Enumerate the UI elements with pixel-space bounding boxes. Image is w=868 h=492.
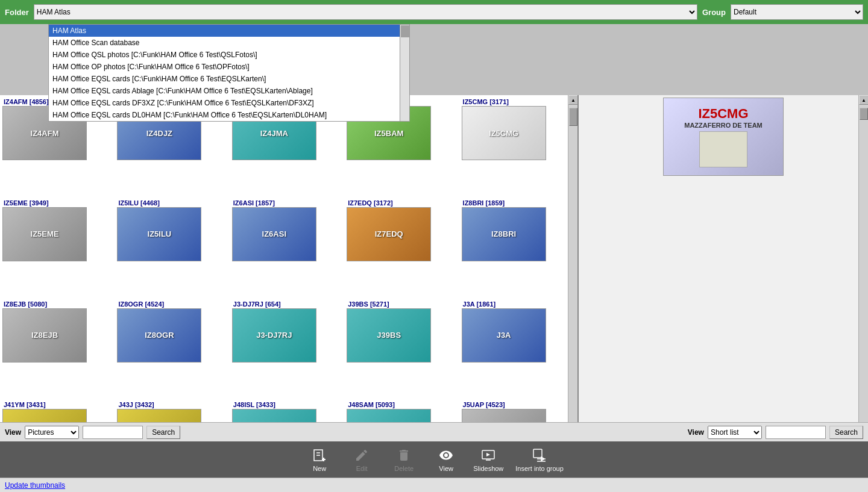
qsl-label: IZ6ASI [1857] [232,199,276,207]
folder-select[interactable]: HAM AtlasHAM Office Scan databaseHAM Off… [34,4,697,20]
qsl-item[interactable]: J3A [1861]J3A [462,300,575,400]
dropdown-item-6[interactable]: HAM Office EQSL cards DF3XZ [C:\Funk\HAM… [49,97,409,109]
action-edit[interactable]: Edit [347,447,377,472]
qsl-thumb: J3A [462,308,546,363]
delete-icon [395,447,412,464]
qsl-thumb: IZ7EDQ [347,207,431,261]
bottom-view-label-right: View [688,428,704,437]
qsl-item[interactable]: IZ8BRI [1859]IZ8BRI [462,199,575,299]
scroll-thumb [569,108,577,126]
action-slideshow[interactable]: Slideshow [473,447,503,472]
right-card-callsign: IZ5CMG [698,106,748,122]
edit-label: Edit [356,465,368,472]
qsl-item[interactable]: IZ5CMG [3171]IZ5CMG [462,98,575,198]
qsl-label: IZ7EDQ [3172] [347,199,394,207]
qsl-thumb: IZ5CMG [462,106,546,160]
qsl-item[interactable]: IZ7EDQ [3172]IZ7EDQ [347,199,460,299]
right-card-info: MAZZAFERRO DE TEAM [684,122,763,129]
footer-bar: Update thumbnails [0,478,868,492]
qsl-label: J43J [3432] [117,400,155,409]
action-delete[interactable]: Delete [389,447,419,472]
view-icon [438,447,454,464]
view-action-label: View [439,465,453,472]
action-view[interactable]: View [431,447,461,472]
action-insert[interactable]: Insert into group [515,447,564,472]
qsl-item[interactable]: IZ6ASI [1857]IZ6ASI [232,199,345,299]
qsl-label: J3-DJ7RJ [654] [232,300,282,308]
dropdown-item-1[interactable]: HAM Office Scan database [49,37,409,49]
qsl-item[interactable]: IZ8OGR [4524]IZ8OGR [117,300,230,400]
qsl-thumb: IZ8OGR [117,308,201,363]
group-label: Group [702,8,726,17]
search-input-right[interactable] [766,426,826,439]
qsl-thumb: IZ8EJB [2,308,87,363]
search-button-right[interactable]: Search [829,426,863,439]
view-select-left[interactable]: Pictures List Details [25,426,79,439]
svg-rect-8 [533,449,542,458]
qsl-thumb: IZ5EME [2,207,87,261]
svg-marker-6 [486,453,490,456]
qsl-item[interactable]: IZ8EJB [5080]IZ8EJB [2,300,116,400]
qsl-label: J48SAM [5093] [347,400,396,409]
qsl-thumb: IZ6ASI [232,207,316,261]
folder-label: Folder [5,8,29,17]
dropdown-item-2[interactable]: HAM Office QSL photos [C:\Funk\HAM Offic… [49,49,409,61]
qsl-label: IZ8OGR [4524] [117,300,165,308]
qsl-thumb: IZ8BRI [462,207,546,261]
insert-label: Insert into group [515,465,564,472]
search-input-left[interactable] [83,426,143,439]
dropdown-item-3[interactable]: HAM Office OP photos [C:\Funk\HAM Office… [49,61,409,73]
edit-icon [353,447,370,464]
qsl-item[interactable]: J3-DJ7RJ [654]J3-DJ7RJ [232,300,345,400]
right-scroll-up[interactable]: ▲ [859,95,868,105]
right-card-map [699,131,747,167]
dropdown-item-7[interactable]: HAM Office EQSL cards DL0HAM [C:\Funk\HA… [49,109,409,121]
qsl-label: J5UAP [4523] [462,400,506,409]
qsl-label: IZ4AFM [4856] [2,98,50,106]
view-select-right[interactable]: Short list Long list Pictures [708,426,762,439]
qsl-label: IZ5CMG [3171] [462,98,510,106]
qsl-thumb: J3-DJ7RJ [232,308,316,363]
right-top-card: IZ5CMG MAZZAFERRO DE TEAM [663,98,784,176]
dropdown-item-0[interactable]: HAM Atlas [49,25,409,37]
bottom-view-label-left: View [5,428,21,437]
action-new[interactable]: New [304,447,335,472]
slideshow-label: Slideshow [473,465,503,472]
dropdown-item-4[interactable]: HAM Office EQSL cards [C:\Funk\HAM Offic… [49,73,409,85]
qsl-label: IZ8EJB [5080] [2,300,48,308]
qsl-item[interactable]: IZ5ILU [4468]IZ5ILU [117,199,230,299]
delete-label: Delete [394,465,414,472]
qsl-label: J3A [1861] [462,300,497,308]
qsl-thumb: IZ5ILU [117,207,201,261]
group-section: Group Default [702,4,863,20]
new-icon [311,447,328,464]
scroll-up-btn[interactable]: ▲ [568,95,578,105]
qsl-label: J48ISL [3433] [232,400,277,409]
new-label: New [313,465,326,472]
qsl-label: IZ8BRI [1859] [462,199,506,207]
qsl-item[interactable]: J39BS [5271]J39BS [347,300,460,400]
right-scroll-thumb [860,108,868,120]
insert-icon [531,447,548,464]
search-button-left[interactable]: Search [146,426,180,439]
qsl-label: IZ5EME [3949] [2,199,50,207]
top-bar: Folder HAM AtlasHAM Office Scan database… [0,0,868,24]
qsl-item[interactable]: IZ5EME [3949]IZ5EME [2,199,116,299]
folder-dropdown: HAM Atlas HAM Office Scan database HAM O… [48,24,410,122]
qsl-label: IZ5ILU [4468] [117,199,160,207]
group-select[interactable]: Default [731,4,863,20]
action-bar: New Edit Delete View [0,441,868,478]
update-thumbnails-link[interactable]: Update thumbnails [5,481,65,490]
dropdown-scrollbar[interactable] [400,25,409,121]
qsl-thumb: J39BS [347,308,431,363]
bottom-bar: View Pictures List Details Search View S… [0,422,868,441]
slideshow-icon [480,447,497,464]
qsl-label: J39BS [5271] [347,300,391,308]
dropdown-item-5[interactable]: HAM Office EQSL cards Ablage [C:\Funk\HA… [49,85,409,97]
dropdown-scroll-thumb [401,25,409,37]
qsl-label: J41YM [3431] [2,400,47,409]
